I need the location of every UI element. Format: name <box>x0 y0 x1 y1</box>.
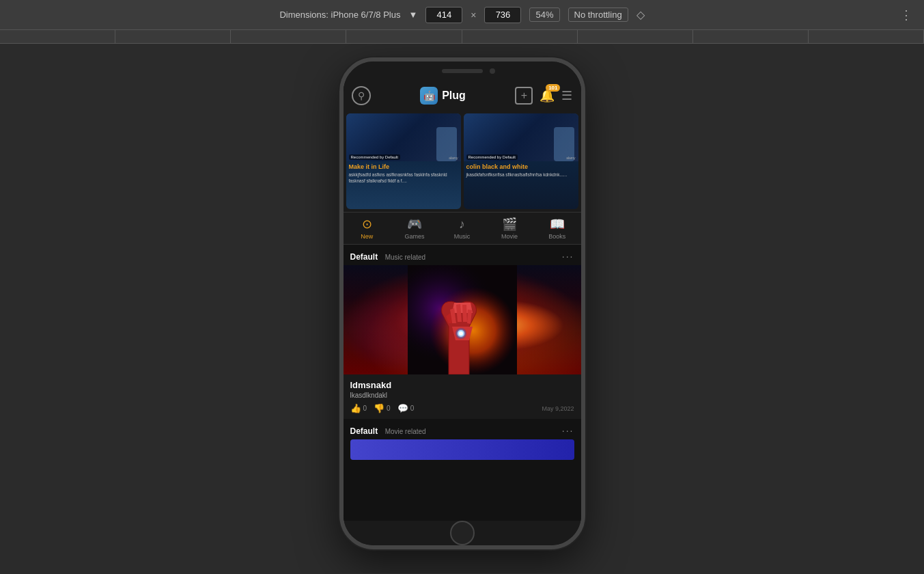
tab-bar: ⊙ New 🎮 Games ♪ Music 🎬 Movie 📖 Boo <box>344 212 581 245</box>
app-title: Plug <box>442 90 466 102</box>
section-2-subtitle: Movie related <box>385 428 426 435</box>
feed-section[interactable]: Default Music related ··· <box>344 245 581 521</box>
tab-music-label: Music <box>454 233 471 240</box>
app-header: ⚲ 🤖 Plug + 🔔 101 <box>344 81 581 111</box>
add-button[interactable]: + <box>515 87 533 105</box>
ruler <box>0 30 924 44</box>
section-2-more-button[interactable]: ··· <box>562 425 574 436</box>
notifications-button[interactable]: 🔔 101 <box>540 88 555 103</box>
hamburger-menu-button[interactable]: ☰ <box>561 88 572 103</box>
phone-frame: ⚲ 🤖 Plug + 🔔 101 <box>339 57 585 549</box>
post-title: ldmsnakd <box>350 380 574 390</box>
section-2-title-row: Default Movie related <box>350 424 426 437</box>
like-count: 0 <box>363 405 367 412</box>
tab-books[interactable]: 📖 Books <box>533 213 581 244</box>
header-left: ⚲ <box>352 86 371 105</box>
section-2-title: Default <box>350 426 378 436</box>
card-1-title: Make it in Life <box>346 161 461 172</box>
width-input[interactable] <box>425 7 462 23</box>
phone-speaker <box>442 69 483 73</box>
svg-point-5 <box>459 331 463 336</box>
tab-movie[interactable]: 🎬 Movie <box>486 213 533 244</box>
ruler-segment <box>346 30 462 43</box>
tab-books-label: Books <box>548 233 565 240</box>
ironman-svg <box>344 265 581 374</box>
comment-count: 0 <box>410 405 415 412</box>
tab-movie-label: Movie <box>501 233 518 240</box>
phone-top <box>344 62 581 81</box>
comment-icon: 💬 <box>397 403 408 413</box>
throttle-button[interactable]: No throttling <box>568 8 628 22</box>
header-center: 🤖 Plug <box>420 87 466 105</box>
section-1-title: Default <box>350 252 378 262</box>
phone-camera <box>490 68 495 74</box>
ruler-segment <box>462 30 578 43</box>
music-tab-icon: ♪ <box>459 217 465 232</box>
games-tab-icon: 🎮 <box>407 217 422 232</box>
main-area: ⚲ 🤖 Plug + 🔔 101 <box>0 44 924 573</box>
card-1[interactable]: Recommended by Default alamy Make it in … <box>346 113 461 209</box>
dimensions-label: Dimensions: iPhone 6/7/8 Plus <box>279 10 400 20</box>
card-1-text: askkjfsadfd asfkns aslfknasnkfas fasklnf… <box>346 172 461 187</box>
ruler-segment <box>115 30 231 43</box>
search-icon: ⚲ <box>358 90 365 101</box>
tab-music[interactable]: ♪ Music <box>438 213 486 244</box>
dropdown-arrow: ▼ <box>408 10 417 20</box>
thumbs-down-icon: 👎 <box>374 403 384 413</box>
hamburger-icon: ☰ <box>561 89 572 102</box>
post-actions-left: 👍 0 👎 0 💬 0 <box>350 403 415 413</box>
section-1-more-button[interactable]: ··· <box>562 251 574 262</box>
height-input[interactable] <box>484 7 521 23</box>
card-2-title: colin black and white <box>464 161 578 172</box>
tab-games[interactable]: 🎮 Games <box>391 213 438 244</box>
zoom-button[interactable]: 54% <box>529 8 559 22</box>
ruler-segment <box>231 30 346 43</box>
cards-row: Recommended by Default alamy Make it in … <box>344 111 581 212</box>
movie-tab-icon: 🎬 <box>502 217 517 232</box>
thumbs-up-icon: 👍 <box>350 403 361 413</box>
card-2-text: jkasdkfafsnflksnflsa sflknasfsaflsfnnfsa… <box>464 172 578 180</box>
header-right: + 🔔 101 ☰ <box>515 87 572 105</box>
tab-games-label: Games <box>404 233 424 240</box>
dislike-button[interactable]: 👎 0 <box>374 403 391 413</box>
capture-icon[interactable]: ◇ <box>636 8 645 21</box>
dislike-count: 0 <box>387 405 391 412</box>
notification-badge: 101 <box>546 84 560 92</box>
section-2-header: Default Movie related ··· <box>344 419 581 439</box>
more-menu-button[interactable]: ⋮ <box>900 8 913 23</box>
movie-section-preview <box>350 439 574 460</box>
logo-icon: 🤖 <box>423 90 435 101</box>
ruler-segment <box>809 30 924 43</box>
ruler-segment <box>0 30 115 43</box>
card-2-recommended: Recommended by Default <box>466 154 518 160</box>
like-button[interactable]: 👍 0 <box>350 403 367 413</box>
app-logo: 🤖 <box>420 87 438 105</box>
section-1-header: Default Music related ··· <box>344 245 581 265</box>
post-date: May 9,2022 <box>542 405 574 412</box>
card-1-image: Recommended by Default alamy <box>346 113 461 161</box>
post-actions: 👍 0 👎 0 💬 0 May 9 <box>350 403 574 413</box>
card-2-alamy: alamy <box>566 156 575 160</box>
post-info: ldmsnakd lkasdlkndakl 👍 0 👎 0 <box>344 374 581 419</box>
browser-bar: Dimensions: iPhone 6/7/8 Plus ▼ × 54% No… <box>0 0 924 30</box>
phone-screen: ⚲ 🤖 Plug + 🔔 101 <box>344 81 581 521</box>
phone-bottom <box>344 521 581 545</box>
card-1-alamy: alamy <box>449 156 458 160</box>
home-button[interactable] <box>450 521 475 545</box>
card-1-recommended: Recommended by Default <box>349 154 400 160</box>
post-image[interactable] <box>344 265 581 374</box>
section-1-subtitle: Music related <box>385 254 425 261</box>
tab-new-label: New <box>361 233 373 240</box>
card-2[interactable]: Recommended by Default alamy colin black… <box>464 113 578 209</box>
post-subtitle: lkasdlkndakl <box>350 392 574 399</box>
books-tab-icon: 📖 <box>550 217 565 232</box>
section-1-title-row: Default Music related <box>350 250 426 262</box>
ruler-segment <box>693 30 809 43</box>
x-separator: × <box>471 10 476 20</box>
ruler-segment <box>578 30 693 43</box>
tab-new[interactable]: ⊙ New <box>344 213 391 244</box>
new-tab-icon: ⊙ <box>362 217 372 232</box>
comment-button[interactable]: 💬 0 <box>397 403 415 413</box>
plus-icon: + <box>521 90 527 102</box>
search-button[interactable]: ⚲ <box>352 86 371 105</box>
